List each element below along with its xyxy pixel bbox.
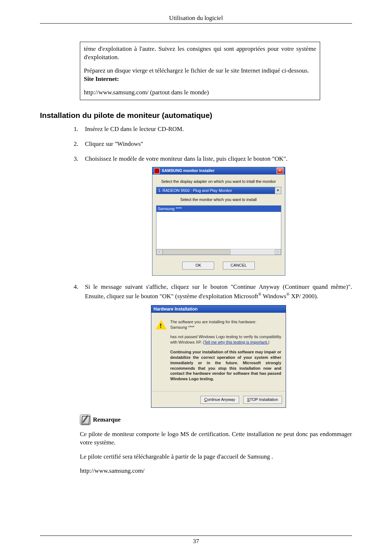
scroll-track[interactable] (163, 249, 275, 255)
footer-rule (40, 535, 352, 536)
warning-icon (156, 320, 167, 386)
info-box-site-label: Site Internet: (84, 75, 119, 82)
step-4-text-b: Windows (261, 293, 286, 300)
monitor-listbox[interactable]: Samsung **** ‹ › (156, 205, 281, 255)
info-box-p1: tème d'exploitation à l'autre. Suivez le… (84, 45, 316, 62)
scroll-left-button[interactable]: ‹ (156, 249, 163, 255)
step-2: Cliquez sur "Windows" (80, 140, 352, 148)
note-p3: http://www.samsung.com/ (80, 467, 352, 475)
steps-list: Insérez le CD dans le lecteur CD-ROM. Cl… (65, 125, 352, 408)
page-header-title: Utilisation du logiciel (40, 15, 352, 22)
page-footer: 37 (40, 535, 352, 545)
hw-warning-bold: Continuing your installation of this sof… (170, 349, 281, 382)
scroll-thumb[interactable] (163, 249, 230, 255)
step-4-text-c: XP/ 2000). (290, 293, 318, 300)
note-row: Remarque (80, 414, 352, 425)
section-heading: Installation du pilote de moniteur (auto… (40, 111, 352, 120)
adapter-combobox[interactable]: 1. RADEON 9550 : Plug and Play Monitor ▾ (156, 187, 281, 194)
hardware-install-dialog: Hardware Installation The software you a… (151, 305, 286, 408)
hw-button-row: CContinue Anywayontinue Anyway STOP Inst… (151, 391, 286, 407)
installer-button-row: OK CANCEL (156, 262, 281, 270)
step-1: Insérez le CD dans le lecteur CD-ROM. (80, 125, 352, 134)
continue-anyway-button[interactable]: CContinue Anywayontinue Anyway (200, 396, 239, 404)
installer-label-adapter: Select the display adapter on which you … (156, 179, 281, 184)
info-box-url: http://www.samsung.com/ (partout dans le… (84, 89, 316, 97)
installer-title-text: SAMSUNG monitor installer (162, 168, 277, 173)
hw-line3b: ) (268, 340, 269, 344)
hw-titlebar: Hardware Installation (151, 305, 286, 313)
monitor-list-item-selected[interactable]: Samsung **** (156, 206, 281, 212)
registered-mark-1: ® (258, 292, 261, 297)
hw-text: The software you are installing for this… (170, 319, 281, 386)
adapter-combobox-value: 1. RADEON 9550 : Plug and Play Monitor (156, 188, 275, 193)
installer-window: SAMSUNG monitor installer × Select the d… (152, 167, 285, 276)
note-label: Remarque (93, 416, 121, 423)
note-body: Ce pilote de moniteur comporte le logo M… (80, 430, 352, 475)
info-box-p2a: Préparez un disque vierge et téléchargez… (84, 67, 309, 74)
registered-mark-2: ® (286, 292, 290, 297)
stop-installation-button[interactable]: STOP InstallationSTOP Installation (243, 396, 282, 404)
hw-line1: The software you are installing for this… (170, 320, 256, 324)
chevron-down-icon[interactable]: ▾ (275, 187, 281, 194)
ok-button[interactable]: OK (182, 262, 214, 270)
info-box: tème d'exploitation à l'autre. Suivez le… (80, 42, 320, 100)
note-p1: Ce pilote de moniteur comporte le logo M… (80, 430, 352, 447)
installer-body: Select the display adapter on which you … (152, 175, 285, 276)
header-rule (40, 23, 352, 24)
hw-tell-me-why-link[interactable]: Tell me why this testing is important. (204, 340, 268, 344)
hw-body: The software you are installing for this… (151, 313, 286, 391)
horizontal-scrollbar[interactable]: ‹ › (156, 249, 281, 255)
installer-label-monitor: Select the monitor which you want to ins… (156, 197, 281, 202)
page-number: 37 (40, 538, 352, 545)
hw-device-name: Samsung **** (170, 325, 195, 329)
note-p2: Le pilote certifié sera téléchargeable à… (80, 453, 352, 461)
step-3-text: Choisissez le modèle de votre moniteur d… (85, 155, 287, 162)
scroll-right-button[interactable]: › (275, 249, 281, 255)
step-3: Choisissez le modèle de votre moniteur d… (80, 155, 352, 276)
note-icon (80, 414, 91, 425)
cancel-button[interactable]: CANCEL (223, 262, 255, 270)
step-4: Si le message suivant s'affiche, cliquez… (80, 283, 352, 408)
close-button[interactable]: × (277, 168, 283, 174)
installer-app-icon (154, 168, 160, 174)
installer-titlebar: SAMSUNG monitor installer × (152, 167, 285, 175)
